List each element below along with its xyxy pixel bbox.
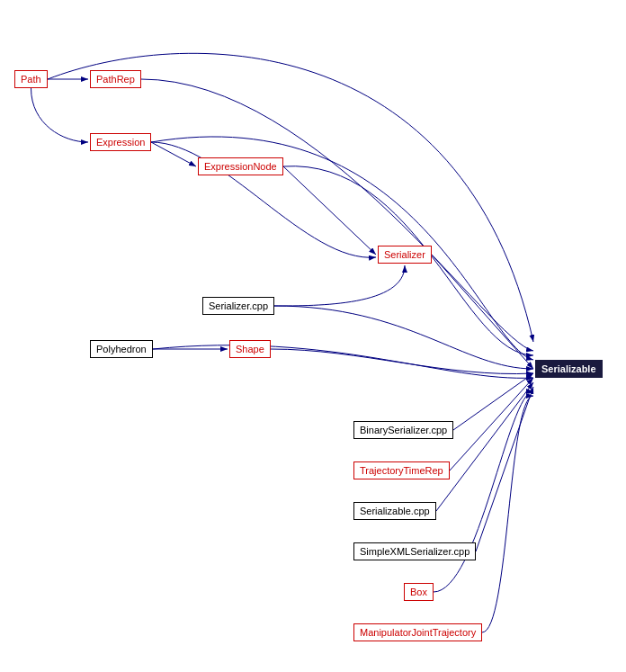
svg-line-4 — [283, 166, 376, 255]
node-serializable[interactable]: Serializable — [535, 360, 603, 378]
node-serializercpp[interactable]: Serializer.cpp — [202, 297, 274, 315]
node-binaryserializercpp[interactable]: BinarySerializer.cpp — [353, 421, 453, 439]
node-expression[interactable]: Expression — [90, 133, 151, 151]
svg-line-6 — [432, 255, 533, 369]
node-box[interactable]: Box — [404, 583, 434, 601]
node-serializer[interactable]: Serializer — [378, 246, 432, 264]
node-shape[interactable]: Shape — [229, 340, 271, 358]
node-simplexmlserializercpp[interactable]: SimpleXMLSerializer.cpp — [353, 542, 476, 560]
node-polyhedron[interactable]: Polyhedron — [90, 340, 153, 358]
node-path[interactable]: Path — [14, 70, 48, 88]
connections-svg — [0, 0, 626, 672]
node-trajectorytimerep[interactable]: TrajectoryTimeRep — [353, 461, 450, 479]
diagram-container: PathPathRepExpressionExpressionNodeSeria… — [0, 0, 626, 672]
node-expressionnode[interactable]: ExpressionNode — [198, 157, 283, 175]
node-pathrep[interactable]: PathRep — [90, 70, 141, 88]
node-manipulatorjointtrajectory[interactable]: ManipulatorJointTrajectory — [353, 623, 482, 641]
node-serializablecpp[interactable]: Serializable.cpp — [353, 502, 436, 520]
svg-line-3 — [151, 142, 196, 166]
